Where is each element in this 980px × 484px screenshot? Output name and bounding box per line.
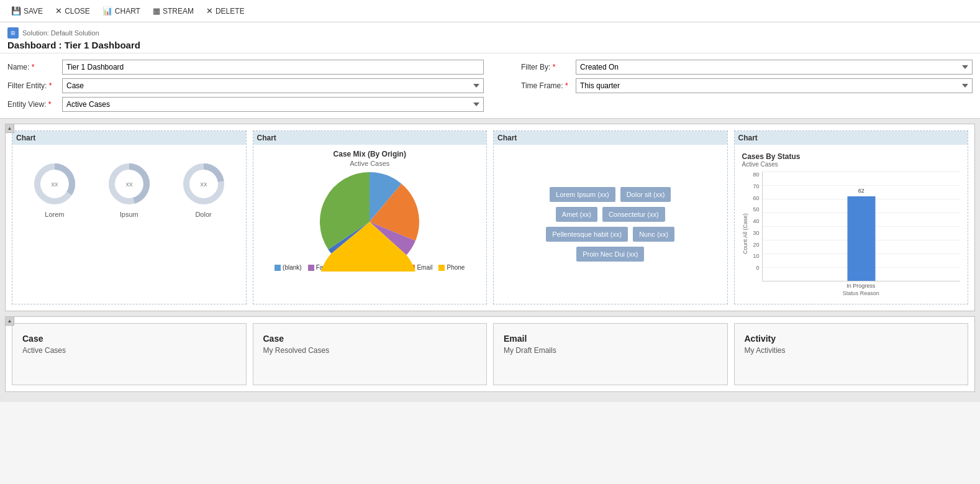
list-row: Case Active Cases Case My Resolved Cases… xyxy=(6,317,974,391)
tag-dolor-sit: Dolor sit (xx) xyxy=(620,187,671,202)
filter-by-field-row: Filter By: * Created On xyxy=(521,60,973,75)
list-view-2: My Resolved Cases xyxy=(263,346,477,355)
close-icon: ✕ xyxy=(55,6,62,16)
bar-in-progress: 62 xyxy=(847,196,875,281)
bars-area: 62 In Progress Status Reason xyxy=(762,171,961,296)
bar-chart-section: Cases By Status Active Cases Count All (… xyxy=(740,150,963,299)
donuts-row: xx Lorem xx Ipsum xyxy=(17,162,241,218)
list-entity-3: Email xyxy=(504,334,717,344)
close-button[interactable]: ✕ CLOSE xyxy=(50,4,95,18)
entity-view-field-row: Entity View: * Active Cases xyxy=(7,97,484,112)
bars-container: 62 xyxy=(762,171,961,281)
breadcrumb-area: ⊞ Solution: Default Solution Dashboard :… xyxy=(0,22,980,53)
list-item-1[interactable]: Case Active Cases xyxy=(12,323,247,385)
list-view-1: Active Cases xyxy=(22,346,236,355)
list-panel: ▲ Case Active Cases Case My Resolved Cas… xyxy=(5,316,975,392)
filter-entity-label: Filter Entity: * xyxy=(7,81,57,90)
charts-panel: ▲ Chart xx Lorem xyxy=(5,124,975,311)
chart-box-1: Chart xx Lorem xyxy=(12,130,247,304)
svg-text:xx: xx xyxy=(125,180,133,188)
pie-section: Case Mix (By Origin) Active Cases xyxy=(258,150,482,299)
chart-box-4: Chart Cases By Status Active Cases Count… xyxy=(734,130,969,304)
tag-lorem-ipsum: Lorem Ipsum (xx) xyxy=(550,187,615,202)
tag-proin: Proin Nec Dui (xx) xyxy=(576,247,644,262)
tag-row-2: Amet (xx) Consectetur (xx) xyxy=(556,207,665,222)
y-axis-label: Count All (Case) xyxy=(742,171,748,296)
tag-consectetur: Consectetur (xx) xyxy=(602,207,665,222)
stream-icon: ▦ xyxy=(153,6,160,16)
time-frame-select[interactable]: This quarter xyxy=(576,78,973,93)
chart-box-3: Chart Lorem Ipsum (xx) Dolor sit (xx) Am… xyxy=(493,130,728,304)
tag-nunc: Nunc (xx) xyxy=(633,227,674,242)
section-handle-charts[interactable]: ▲ xyxy=(6,124,14,133)
form-area: Name: * Filter Entity: * Case Entity Vie… xyxy=(0,53,980,119)
save-icon: 💾 xyxy=(11,6,21,16)
tag-amet: Amet (xx) xyxy=(556,207,597,222)
main-content: ▲ Chart xx Lorem xyxy=(0,119,980,402)
page-title: Dashboard : Tier 1 Dashboard xyxy=(7,40,973,50)
chart-4-title: Chart xyxy=(735,131,968,145)
bar-value-label: 62 xyxy=(858,188,864,194)
bar-chart-title: Cases By Status xyxy=(742,152,961,161)
entity-view-label: Entity View: * xyxy=(7,100,57,109)
x-axis-label: Status Reason xyxy=(762,290,961,296)
pie-title: Case Mix (By Origin) xyxy=(333,150,406,158)
time-frame-field-row: Time Frame: * This quarter xyxy=(521,78,973,93)
list-item-4[interactable]: Activity My Activities xyxy=(734,323,969,385)
charts-row: Chart xx Lorem xyxy=(6,124,974,311)
donut-item-1: xx Lorem xyxy=(33,162,76,218)
legend-dot-facebook xyxy=(308,265,314,271)
filter-entity-field-row: Filter Entity: * Case xyxy=(7,78,484,93)
list-view-3: My Draft Emails xyxy=(504,346,717,355)
pie-svg xyxy=(320,172,419,272)
y-axis-ticks: 0 10 20 30 40 50 60 70 80 xyxy=(750,171,762,271)
donut-svg-2: xx xyxy=(107,162,151,206)
donut-svg-1: xx xyxy=(33,162,76,206)
breadcrumb: ⊞ Solution: Default Solution xyxy=(7,27,973,39)
solution-label: Solution: Default Solution xyxy=(22,29,99,37)
donut-svg-3: xx xyxy=(182,162,225,206)
toolbar: 💾 SAVE ✕ CLOSE 📊 CHART ▦ STREAM ✕ DELETE xyxy=(0,0,980,22)
list-item-3[interactable]: Email My Draft Emails xyxy=(493,323,728,385)
svg-text:xx: xx xyxy=(200,180,207,188)
list-view-4: My Activities xyxy=(745,346,958,355)
donut-label-2: Ipsum xyxy=(120,211,138,218)
legend-blank: (blank) xyxy=(274,264,302,271)
x-tick-label: In Progress xyxy=(762,281,961,289)
donut-item-2: xx Ipsum xyxy=(107,162,151,218)
solution-icon: ⊞ xyxy=(7,27,19,39)
bar-chart-subtitle: Active Cases xyxy=(742,161,961,168)
chart-2-title: Chart xyxy=(253,131,487,145)
list-entity-4: Activity xyxy=(745,334,958,344)
chart-icon: 📊 xyxy=(102,6,112,16)
tag-row-1: Lorem Ipsum (xx) Dolor sit (xx) xyxy=(550,187,671,202)
chart-button[interactable]: 📊 CHART xyxy=(98,4,145,18)
legend-dot-blank xyxy=(274,265,281,271)
list-entity-2: Case xyxy=(263,334,477,344)
filter-entity-select[interactable]: Case xyxy=(62,78,484,93)
donut-label-1: Lorem xyxy=(45,211,64,218)
tag-row-4: Proin Nec Dui (xx) xyxy=(576,247,644,262)
donut-item-3: xx Dolor xyxy=(182,162,225,218)
section-handle-list[interactable]: ▲ xyxy=(6,317,14,326)
stream-button[interactable]: ▦ STREAM xyxy=(148,4,199,18)
tag-pellentesque: Pellentesque habit (xx) xyxy=(546,227,628,242)
list-item-2[interactable]: Case My Resolved Cases xyxy=(253,323,488,385)
entity-view-select[interactable]: Active Cases xyxy=(62,97,484,112)
name-field-row: Name: * xyxy=(7,60,484,75)
chart-box-2: Chart Case Mix (By Origin) Active Cases xyxy=(253,130,488,304)
tag-row-3: Pellentesque habit (xx) Nunc (xx) xyxy=(546,227,674,242)
name-label: Name: * xyxy=(7,63,57,71)
list-entity-1: Case xyxy=(22,334,236,344)
time-frame-label: Time Frame: * xyxy=(521,81,571,90)
delete-icon: ✕ xyxy=(206,6,213,16)
delete-button[interactable]: ✕ DELETE xyxy=(201,4,250,18)
legend-dot-phone xyxy=(438,265,445,271)
filter-by-select[interactable]: Created On xyxy=(576,60,973,75)
name-input[interactable] xyxy=(62,60,484,75)
chart-3-title: Chart xyxy=(494,131,727,145)
save-button[interactable]: 💾 SAVE xyxy=(6,4,48,18)
chart-1-title: Chart xyxy=(12,131,246,145)
svg-text:xx: xx xyxy=(51,180,58,188)
donut-label-3: Dolor xyxy=(195,211,211,218)
